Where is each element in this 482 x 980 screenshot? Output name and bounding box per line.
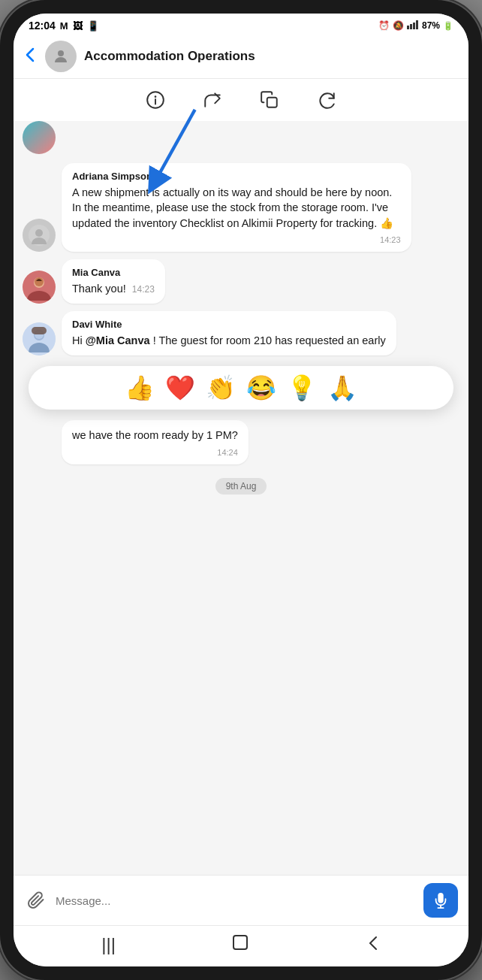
table-row: Mia Canva Thank you! 14:23 (23, 259, 459, 304)
mia-bubble: Mia Canva Thank you! 14:23 (62, 259, 165, 304)
svg-rect-2 (413, 23, 415, 29)
table-row: we have the room ready by 1 PM? 14:24 (23, 420, 459, 464)
mia-avatar (23, 271, 56, 304)
status-right: ⏰ 🔕 87% 🔋 (378, 20, 453, 31)
svg-rect-0 (407, 26, 409, 29)
alarm-icon: ⏰ (378, 20, 390, 31)
nav-back-button[interactable] (366, 934, 381, 955)
svg-rect-1 (410, 24, 412, 29)
emoji-reaction-bar: 👍 ❤️ 👏 😂 💡 🙏 (29, 366, 453, 410)
status-time: 12:04 (29, 20, 56, 32)
davi-text-cont: we have the room ready by 1 PM? (72, 428, 238, 443)
forward-button[interactable] (199, 86, 226, 113)
table-row: Davi White Hi @Mia Canva ! The guest for… (23, 311, 459, 355)
nav-recent-button[interactable]: ||| (101, 934, 116, 955)
adriana-name: Adriana Simpson (72, 171, 401, 182)
back-button[interactable] (23, 44, 38, 69)
davi-bubble-continued: we have the room ready by 1 PM? 14:24 (62, 420, 249, 464)
table-row: Adriana Simpson A new shipment is actual… (23, 163, 459, 252)
adriana-text: A new shipment is actually on its way an… (72, 185, 401, 231)
attach-button[interactable] (24, 888, 48, 912)
date-separator: 9th Aug (23, 478, 459, 495)
adriana-avatar (23, 219, 56, 252)
davi-timestamp: 14:24 (72, 448, 238, 457)
messages-area[interactable]: Adriana Simpson A new shipment is actual… (14, 121, 468, 875)
svg-point-12 (35, 229, 43, 237)
copy-button[interactable] (256, 86, 283, 113)
signal-icon (407, 20, 419, 31)
battery-icon: 🔋 (443, 21, 453, 31)
heart-emoji[interactable]: ❤️ (165, 374, 195, 402)
mia-name: Mia Canva (72, 267, 155, 278)
action-toolbar (14, 79, 468, 121)
phone-frame: 12:04 M 🖼 📱 ⏰ 🔕 87% 🔋 (0, 0, 482, 980)
gmail-icon: M (60, 20, 68, 32)
svg-rect-3 (416, 20, 418, 29)
thumbs-up-emoji[interactable]: 👍 (125, 374, 155, 402)
phone-screen: 12:04 M 🖼 📱 ⏰ 🔕 87% 🔋 (14, 14, 468, 966)
nav-home-button[interactable] (231, 933, 249, 956)
svg-rect-8 (267, 98, 277, 107)
battery-text: 87% (422, 20, 440, 31)
davi-text: Hi @Mia Canva ! The guest for room 210 h… (72, 333, 386, 348)
teal-avatar (23, 121, 56, 154)
gallery-icon: 🖼 (73, 20, 83, 32)
input-bar (14, 875, 468, 925)
chat-header: Accommodation Operations (14, 35, 468, 79)
redo-button[interactable] (313, 86, 340, 113)
status-bar: 12:04 M 🖼 📱 ⏰ 🔕 87% 🔋 (14, 14, 468, 35)
adriana-timestamp: 14:23 (72, 235, 401, 244)
svg-rect-22 (233, 936, 247, 949)
info-button[interactable] (142, 86, 169, 113)
chat-title: Accommodation Operations (84, 49, 456, 64)
laugh-emoji[interactable]: 😂 (246, 374, 276, 402)
svg-point-4 (58, 50, 64, 56)
davi-name: Davi White (72, 319, 386, 330)
message-input[interactable] (56, 894, 416, 907)
mention-mia: @Mia Canva (86, 334, 150, 346)
whatsapp-icon: 📱 (87, 20, 99, 32)
bottom-nav: ||| (14, 925, 468, 966)
mia-text: Thank you! 14:23 (72, 281, 155, 296)
chat-avatar (45, 41, 77, 72)
mic-button[interactable] (423, 883, 458, 918)
date-badge: 9th Aug (215, 478, 267, 495)
adriana-bubble: Adriana Simpson A new shipment is actual… (62, 163, 411, 252)
davi-avatar (23, 322, 56, 355)
mute-icon: 🔕 (393, 20, 404, 31)
status-left: 12:04 M 🖼 📱 (29, 20, 99, 32)
pray-emoji[interactable]: 🙏 (327, 374, 357, 402)
davi-bubble: Davi White Hi @Mia Canva ! The guest for… (62, 311, 396, 355)
svg-rect-19 (32, 327, 47, 334)
partial-message-row (23, 129, 459, 154)
svg-point-15 (35, 277, 44, 286)
clap-emoji[interactable]: 👏 (206, 374, 236, 402)
lightbulb-emoji[interactable]: 💡 (287, 374, 317, 402)
